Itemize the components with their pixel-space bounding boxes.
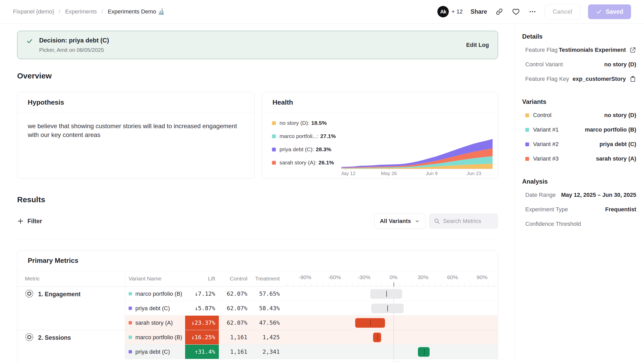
more-options-icon[interactable]	[528, 7, 537, 16]
variant-slot-label: Variant #3	[533, 155, 559, 162]
table-row[interactable]: priya debt (C)↓5.87%62.07%58.43%	[125, 301, 498, 315]
chevron-down-icon	[414, 218, 420, 224]
edit-log-button[interactable]: Edit Log	[466, 42, 489, 48]
variant-color-swatch	[129, 307, 132, 310]
table-row[interactable]: sarah story (A)↓23.37%62.07%47.56%	[125, 315, 498, 330]
saved-button[interactable]: Saved	[588, 4, 631, 19]
variant-color-swatch	[525, 142, 529, 146]
sidebar-row-value: priya debt (C)	[599, 141, 636, 148]
ci-minor-tick	[317, 284, 317, 286]
ci-minor-tick	[435, 284, 435, 286]
health-card: Health no story (D):18.5%marco portfoli.…	[262, 92, 498, 179]
share-button[interactable]: Share	[471, 8, 487, 15]
hypothesis-card-title: Hypothesis	[17, 92, 254, 113]
avatar[interactable]: Ak	[437, 6, 449, 17]
legend-value: 27.1%	[320, 133, 336, 139]
variant-color-swatch	[129, 321, 132, 324]
sidebar-row-value: Testimonials Experiment	[559, 47, 636, 53]
variant-cell: marco portfolio (B)	[125, 287, 185, 301]
column-header-control: Control	[219, 271, 251, 286]
lift-value: ↓7.12%	[185, 287, 219, 301]
search-metrics-input[interactable]	[443, 213, 493, 229]
ci-minor-tick	[364, 284, 364, 286]
sidebar-section-title: Analysis	[522, 178, 636, 185]
sidebar-value-text: exp_customerStory	[573, 76, 626, 82]
legend-label: marco portfoli...:	[279, 133, 319, 139]
table-row[interactable]: priya debt (C)↑31.4%1,1612,341	[125, 344, 498, 359]
legend-swatch	[272, 148, 276, 151]
table-row[interactable]: sarah story (A)↑4.54%1,1611,716	[125, 359, 498, 362]
legend-item: sarah story (A):26.1%	[272, 160, 341, 166]
confidence-interval-median-tick	[377, 334, 378, 340]
sidebar-row-variant-2: Variant #2priya debt (C)	[522, 137, 636, 151]
ci-minor-tick	[305, 284, 305, 286]
ci-minor-tick	[376, 284, 376, 286]
clipboard-icon[interactable]	[629, 76, 636, 82]
ci-minor-tick	[311, 284, 311, 286]
sidebar-row-value: no story (D)	[604, 112, 636, 119]
metric-icon	[25, 289, 34, 298]
control-value: 62.07%	[219, 301, 251, 315]
variant-cell: sarah story (A)	[125, 316, 185, 330]
ci-minor-tick	[488, 284, 488, 286]
sidebar-value-text: Testimonials Experiment	[559, 47, 626, 53]
sidebar-value-text: May 12, 2025 – Jun 30, 2025	[561, 192, 636, 198]
sidebar-value-text: no story (D)	[604, 61, 636, 68]
variant-label: Variant #3	[525, 155, 559, 162]
control-value: 62.07%	[219, 287, 251, 301]
table-row[interactable]: marco portfolio (B)↓16.25%1,1611,425	[125, 330, 498, 344]
ci-minor-tick	[447, 284, 447, 286]
ci-minor-tick	[441, 284, 441, 286]
variant-name: priya debt (C)	[135, 349, 170, 355]
decision-subtitle: Picker, Amit on 08/05/2025	[39, 47, 109, 53]
variants-dropdown[interactable]: All Variants	[374, 213, 425, 229]
table-row[interactable]: marco portfolio (B)↓7.12%62.07%57.65%	[125, 287, 498, 301]
collaborator-avatars[interactable]: Ak + 12	[437, 6, 463, 17]
lift-value: ↑4.54%	[185, 359, 219, 362]
sidebar-row-confidence-threshold: Confidence Threshold	[522, 217, 636, 231]
ci-minor-tick	[293, 284, 293, 286]
sidebar-section-analysis: AnalysisDate RangeMay 12, 2025 – Jun 30,…	[522, 178, 636, 231]
sidebar-row-value: sarah story (A)	[596, 155, 636, 162]
ci-axis-label: -60%	[328, 274, 341, 280]
legend-item: marco portfoli...:27.1%	[272, 133, 341, 139]
ci-minor-tick	[287, 284, 288, 286]
lift-value: ↓5.87%	[185, 301, 219, 315]
sidebar-row-value: May 12, 2025 – Jun 30, 2025	[561, 192, 636, 198]
filter-button-label: Filter	[27, 218, 42, 225]
legend-swatch	[272, 134, 276, 138]
confidence-interval-cell	[283, 316, 498, 330]
variant-slot-label: Variant #1	[533, 126, 559, 133]
add-filter-button[interactable]: Filter	[17, 218, 42, 225]
svg-text:May 12: May 12	[341, 171, 355, 176]
ci-axis-label: 90%	[477, 274, 487, 280]
metric-cell[interactable]: 2. Sessions	[17, 330, 125, 362]
sidebar-row-feature-flag-key: Feature Flag Keyexp_customerStory	[522, 72, 636, 86]
copy-link-icon[interactable]	[495, 7, 504, 16]
ci-minor-tick	[494, 284, 494, 286]
column-header-treatment: Treatment	[251, 271, 283, 286]
legend-item: no story (D):18.5%	[272, 120, 341, 126]
ci-minor-tick	[329, 284, 329, 286]
variant-color-swatch	[525, 113, 529, 117]
sidebar-value-text: priya debt (C)	[599, 141, 636, 148]
confidence-interval-cell	[283, 301, 498, 315]
ci-axis: -90%-60%-30%0%30%60%90%	[283, 271, 498, 286]
breadcrumb-experiments[interactable]: Experiments	[65, 8, 97, 15]
variant-color-swatch	[129, 336, 132, 339]
ci-minor-tick	[340, 284, 341, 286]
breadcrumb-project[interactable]: Fixpanel {demo}	[13, 8, 54, 15]
ci-minor-tick	[382, 284, 382, 286]
external-link-icon[interactable]	[629, 47, 636, 53]
variant-color-swatch	[129, 292, 132, 295]
sidebar-row-value: Frequentist	[605, 206, 636, 213]
sidebar-value-text: marco portfolio (B)	[585, 126, 636, 133]
cancel-button[interactable]: Cancel	[545, 4, 580, 19]
ci-minor-tick	[370, 284, 370, 286]
metric-cell[interactable]: 1. Engagement	[17, 287, 125, 330]
avatar-overflow-count[interactable]: + 12	[451, 8, 463, 15]
sidebar-row-date-range: Date RangeMay 12, 2025 – Jun 30, 2025	[522, 188, 636, 202]
metric-name: 2. Sessions	[38, 334, 71, 341]
favorite-heart-icon[interactable]	[512, 7, 520, 16]
sidebar-section-title: Variants	[522, 98, 636, 105]
